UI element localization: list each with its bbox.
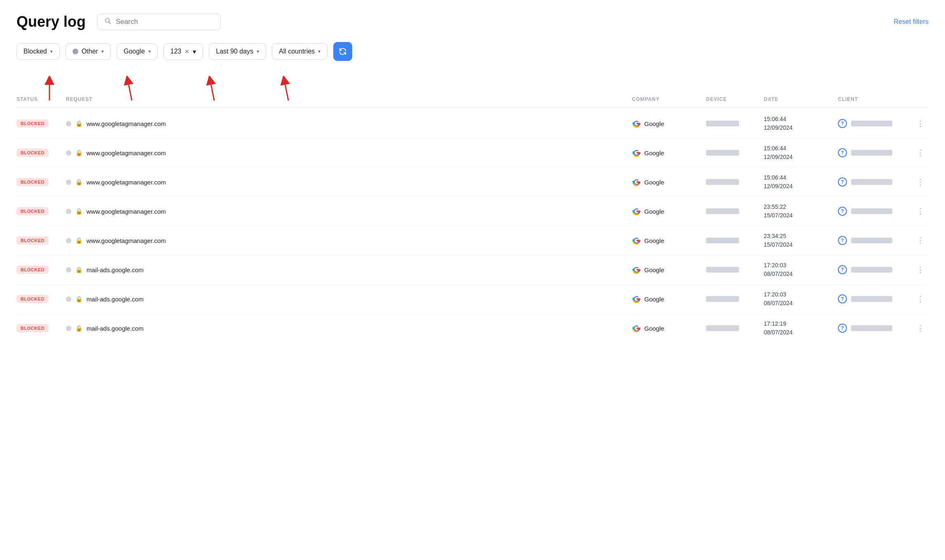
refresh-button[interactable] xyxy=(333,42,352,61)
svg-line-1 xyxy=(109,22,110,23)
device-bar-4 xyxy=(706,238,739,243)
time-filter-label: Last 90 days xyxy=(216,48,253,55)
company-name-3: Google xyxy=(644,208,664,215)
col-header-status: STATUS xyxy=(16,96,66,102)
status-cell-4: BLOCKED xyxy=(16,236,66,245)
more-options-button-3[interactable]: ⋮ xyxy=(912,207,929,216)
request-url-7: mail-ads.google.com xyxy=(87,325,143,332)
question-icon-3[interactable]: ? xyxy=(838,207,847,216)
page-title: Query log xyxy=(16,13,86,30)
col-header-request: REQUEST xyxy=(66,96,632,102)
time-filter-dropdown[interactable]: Last 90 days ▾ xyxy=(209,43,266,60)
more-options-button-5[interactable]: ⋮ xyxy=(912,265,929,274)
status-cell-7: BLOCKED xyxy=(16,324,66,332)
search-id-filter[interactable]: 123 ✕ ▾ xyxy=(164,43,204,60)
company-cell-5: Google xyxy=(632,265,706,274)
google-logo-0 xyxy=(632,119,641,128)
header-row: Query log Reset filters xyxy=(16,13,929,30)
table-row: BLOCKED 🔒 mail-ads.google.com Google 17:… xyxy=(16,285,929,314)
client-cell-5: ? xyxy=(838,265,912,274)
type-filter-dropdown[interactable]: Other ▾ xyxy=(65,43,111,60)
status-badge-6: BLOCKED xyxy=(16,295,49,303)
client-bar-1 xyxy=(851,150,892,156)
company-name-1: Google xyxy=(644,149,664,156)
table-row: BLOCKED 🔒 www.googletagmanager.com Googl… xyxy=(16,197,929,226)
lock-icon-2: 🔒 xyxy=(75,179,82,185)
question-icon-7[interactable]: ? xyxy=(838,324,847,333)
country-filter-dropdown[interactable]: All countries ▾ xyxy=(272,43,327,60)
search-id-chevron-icon: ▾ xyxy=(193,48,196,56)
more-options-button-1[interactable]: ⋮ xyxy=(912,148,929,157)
company-name-4: Google xyxy=(644,237,664,244)
google-logo-3 xyxy=(632,207,641,216)
status-filter-label: Blocked xyxy=(23,48,47,55)
type-chevron-icon: ▾ xyxy=(101,49,104,54)
more-options-button-7[interactable]: ⋮ xyxy=(912,324,929,333)
company-cell-4: Google xyxy=(632,236,706,245)
company-cell-6: Google xyxy=(632,294,706,303)
company-cell-7: Google xyxy=(632,324,706,333)
filters-row: Blocked ▾ Other ▾ Google ▾ 123 ✕ ▾ Last … xyxy=(16,42,929,61)
client-bar-4 xyxy=(851,238,892,243)
status-filter-dropdown[interactable]: Blocked ▾ xyxy=(16,43,60,60)
client-bar-7 xyxy=(851,325,892,331)
device-cell-6 xyxy=(706,296,764,302)
request-cell-1: 🔒 www.googletagmanager.com xyxy=(66,149,632,156)
lock-icon-7: 🔒 xyxy=(75,325,82,331)
more-options-button-4[interactable]: ⋮ xyxy=(912,236,929,245)
query-log-table: STATUS REQUEST COMPANY DEVICE DATE CLIEN… xyxy=(16,96,929,343)
date-cell-7: 17:12:1908/07/2024 xyxy=(764,320,838,337)
date-cell-6: 17:20:0308/07/2024 xyxy=(764,290,838,308)
status-badge-0: BLOCKED xyxy=(16,119,49,128)
request-url-5: mail-ads.google.com xyxy=(87,266,143,273)
status-chevron-icon: ▾ xyxy=(50,49,53,54)
question-icon-5[interactable]: ? xyxy=(838,265,847,274)
question-icon-1[interactable]: ? xyxy=(838,148,847,157)
request-dot-icon-2 xyxy=(66,180,71,185)
table-row: BLOCKED 🔒 www.googletagmanager.com Googl… xyxy=(16,109,929,138)
status-badge-4: BLOCKED xyxy=(16,236,49,245)
lock-icon-3: 🔒 xyxy=(75,208,82,215)
question-icon-6[interactable]: ? xyxy=(838,294,847,303)
google-logo-6 xyxy=(632,294,641,303)
more-options-button-0[interactable]: ⋮ xyxy=(912,119,929,128)
device-bar-6 xyxy=(706,296,739,302)
request-dot-icon-4 xyxy=(66,238,71,243)
table-row: BLOCKED 🔒 www.googletagmanager.com Googl… xyxy=(16,226,929,255)
company-name-7: Google xyxy=(644,325,664,332)
status-badge-3: BLOCKED xyxy=(16,207,49,215)
company-cell-0: Google xyxy=(632,119,706,128)
clear-search-id-icon[interactable]: ✕ xyxy=(185,48,189,55)
google-logo-2 xyxy=(632,177,641,187)
company-name-2: Google xyxy=(644,179,664,186)
question-icon-4[interactable]: ? xyxy=(838,236,847,245)
question-icon-2[interactable]: ? xyxy=(838,177,847,187)
client-cell-4: ? xyxy=(838,236,912,245)
lock-icon-6: 🔒 xyxy=(75,296,82,302)
device-cell-4 xyxy=(706,238,764,243)
table-body: BLOCKED 🔒 www.googletagmanager.com Googl… xyxy=(16,109,929,343)
request-cell-5: 🔒 mail-ads.google.com xyxy=(66,266,632,273)
lock-icon-1: 🔒 xyxy=(75,149,82,156)
status-badge-1: BLOCKED xyxy=(16,149,49,157)
date-cell-5: 17:20:0308/07/2024 xyxy=(764,261,838,278)
request-dot-icon-6 xyxy=(66,296,71,302)
date-cell-0: 15:06:4412/09/2024 xyxy=(764,115,838,132)
search-input[interactable] xyxy=(116,18,214,26)
more-options-button-2[interactable]: ⋮ xyxy=(912,177,929,187)
reset-filters-button[interactable]: Reset filters xyxy=(894,18,929,26)
client-bar-3 xyxy=(851,208,892,214)
search-box[interactable] xyxy=(97,14,221,30)
request-url-0: www.googletagmanager.com xyxy=(87,120,166,127)
request-url-3: www.googletagmanager.com xyxy=(87,208,166,215)
request-dot-icon-5 xyxy=(66,267,71,273)
question-icon-0[interactable]: ? xyxy=(838,119,847,128)
more-options-button-6[interactable]: ⋮ xyxy=(912,294,929,303)
col-header-actions xyxy=(912,96,929,102)
date-cell-1: 15:06:4412/09/2024 xyxy=(764,144,838,161)
status-cell-5: BLOCKED xyxy=(16,266,66,274)
client-bar-5 xyxy=(851,267,892,273)
client-cell-0: ? xyxy=(838,119,912,128)
company-filter-dropdown[interactable]: Google ▾ xyxy=(117,43,158,60)
client-cell-1: ? xyxy=(838,148,912,157)
